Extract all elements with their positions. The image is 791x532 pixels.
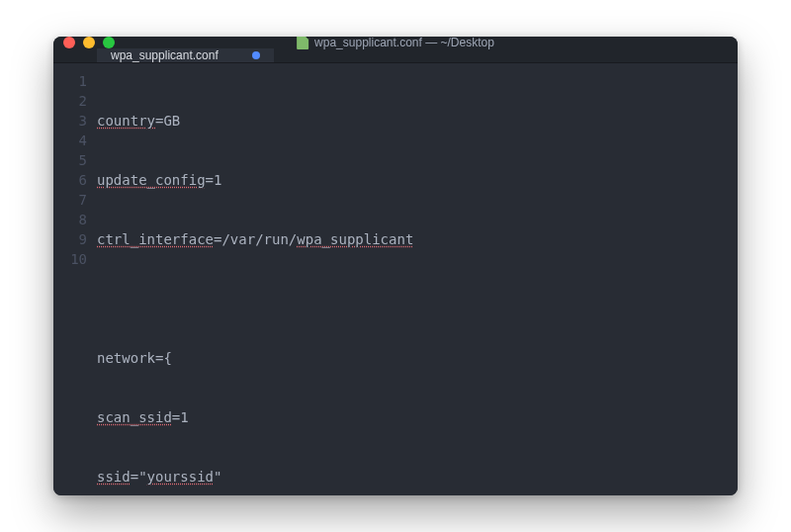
file-icon bbox=[297, 37, 308, 49]
editor-window: wpa_supplicant.conf — ~/Desktop wpa_supp… bbox=[53, 37, 738, 495]
line-number: 10 bbox=[53, 249, 87, 269]
line-number: 7 bbox=[53, 190, 87, 210]
line-number: 5 bbox=[53, 150, 87, 170]
minimize-icon[interactable] bbox=[83, 37, 95, 48]
line-number: 1 bbox=[53, 71, 87, 91]
line-number: 2 bbox=[53, 91, 87, 111]
window-title: wpa_supplicant.conf — ~/Desktop bbox=[297, 37, 494, 49]
titlebar[interactable]: wpa_supplicant.conf — ~/Desktop bbox=[53, 37, 738, 48]
line-number: 4 bbox=[53, 131, 87, 150]
window-title-text: wpa_supplicant.conf — ~/Desktop bbox=[314, 37, 494, 49]
code-area[interactable]: country=GB update_config=1 ctrl_interfac… bbox=[97, 63, 738, 495]
line-number: 3 bbox=[53, 111, 87, 131]
line-number: 6 bbox=[53, 170, 87, 190]
line-number: 8 bbox=[53, 210, 87, 229]
close-icon[interactable] bbox=[63, 37, 75, 48]
line-number: 9 bbox=[53, 229, 87, 249]
tab-label: wpa_supplicant.conf bbox=[111, 48, 219, 62]
editor-area: 1 2 3 4 5 6 7 8 9 10 country=GB update_c… bbox=[53, 63, 738, 495]
tab-file[interactable]: wpa_supplicant.conf bbox=[97, 48, 274, 62]
zoom-icon[interactable] bbox=[103, 37, 115, 48]
tab-bar: wpa_supplicant.conf bbox=[53, 48, 738, 63]
dirty-indicator-icon bbox=[252, 51, 260, 59]
traffic-lights bbox=[63, 37, 115, 48]
line-gutter: 1 2 3 4 5 6 7 8 9 10 bbox=[53, 63, 97, 495]
